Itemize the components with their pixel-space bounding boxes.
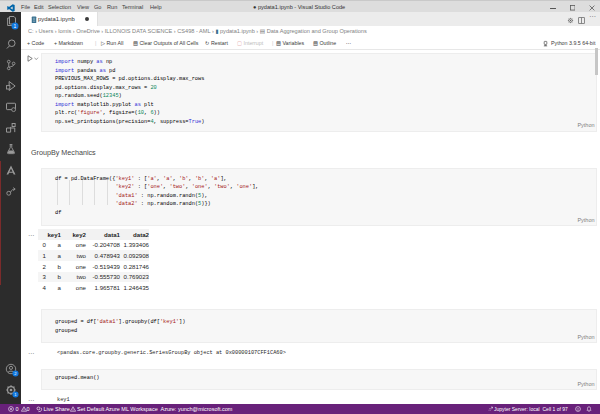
svg-text:1: 1 (14, 23, 17, 29)
